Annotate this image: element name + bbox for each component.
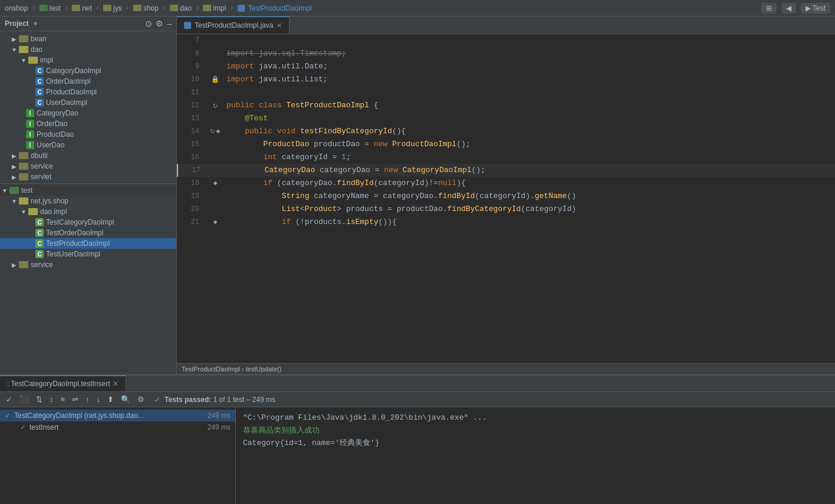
- bottom-content: ✓ TestCategoryDaoImpl (net.jys.shop.dao.…: [0, 407, 835, 504]
- run-arrow-icon[interactable]: ↻: [213, 99, 218, 112]
- bookmark-icon[interactable]: ◈: [213, 177, 217, 190]
- tree-item-servlet[interactable]: ▶ servlet: [0, 172, 176, 182]
- code-line-21: 21 ◈ if (!products.isEmpty()){: [177, 216, 835, 229]
- sidebar-title: Project: [5, 19, 29, 28]
- sort-asc-btn[interactable]: ⇅: [34, 394, 45, 405]
- tree-label-net.jys.shop: net.jys.shop: [31, 197, 68, 205]
- window-layout-btn[interactable]: ⊞: [761, 3, 777, 14]
- run-arrow-icon[interactable]: ↻: [210, 125, 215, 138]
- test-tree-panel: ✓ TestCategoryDaoImpl (net.jys.shop.dao.…: [0, 407, 236, 504]
- line-number: 16: [177, 151, 206, 164]
- tree-item-UserDao[interactable]: I UserDao: [0, 140, 176, 150]
- tree-label-service2: service: [31, 261, 53, 269]
- settings-toolbar-btn[interactable]: ⚙: [135, 394, 147, 405]
- test-run-btn[interactable]: ▶ Test: [801, 3, 830, 14]
- class-icon-i: I: [26, 120, 34, 128]
- class-icon-c: C: [35, 88, 44, 96]
- align-left-btn[interactable]: ≡: [58, 394, 68, 405]
- tree-item-OrderDao[interactable]: I OrderDao: [0, 118, 176, 129]
- tree-item-UserDaoImpl[interactable]: C UserDaoImpl: [0, 97, 176, 108]
- run-check-btn[interactable]: ✓: [4, 394, 15, 405]
- sidebar-dropdown-arrow[interactable]: ▼: [32, 20, 39, 27]
- tree-item-service2[interactable]: ▶ service: [0, 259, 176, 270]
- tree-item-ProductDao[interactable]: I ProductDao: [0, 129, 176, 140]
- align-right-btn[interactable]: ⇌: [70, 394, 81, 405]
- minimize-btn[interactable]: –: [167, 19, 172, 28]
- breadcrumb-impl[interactable]: impl: [203, 4, 226, 12]
- folder-icon-impl: [28, 57, 38, 64]
- tree-arrow: ▼: [19, 57, 28, 64]
- test-pass-icon: ✓: [5, 411, 11, 420]
- test-pass-icon: ✓: [20, 423, 26, 431]
- locate-btn[interactable]: ⊙: [145, 19, 152, 28]
- folder-icon-servlet: [19, 173, 28, 180]
- search-toolbar-btn[interactable]: 🔍: [119, 394, 133, 405]
- breadcrumb-file[interactable]: TestProductDaoImpl: [238, 4, 312, 12]
- tree-arrow: ▶: [9, 174, 19, 180]
- folder-icon-service: [19, 163, 28, 170]
- folder-icon-bean: [19, 35, 28, 42]
- folder-icon-netjys: [19, 197, 28, 205]
- tree-item-dbutil[interactable]: ▶ dbutil: [0, 150, 176, 161]
- sort-desc-btn[interactable]: ↕: [47, 394, 56, 405]
- bookmark-icon[interactable]: ◈: [213, 216, 217, 229]
- stop-btn[interactable]: ⬛: [17, 394, 31, 405]
- tree-label-test: test: [21, 186, 32, 195]
- tree-item-TestUserDaoImpl[interactable]: C TestUserDaoImpl: [0, 249, 176, 259]
- tree-label-service: service: [31, 162, 53, 170]
- test-tree-item-TestCategoryDaoImpl[interactable]: ✓ TestCategoryDaoImpl (net.jys.shop.dao.…: [0, 410, 235, 421]
- tree-item-bean[interactable]: ▶ bean: [0, 34, 176, 44]
- project-sidebar: Project ▼ ⊙ ⚙ – ▶ bean ▼ dao: [0, 17, 177, 374]
- tree-item-test-root[interactable]: ▼ test: [0, 185, 176, 196]
- bottom-tab-close[interactable]: ✕: [113, 380, 119, 388]
- folder-icon-dbutil: [19, 152, 28, 159]
- bottom-panel: : TestCategoryDaoImpl.testInsert ✕ ✓ ⬛ ⇅…: [0, 374, 835, 504]
- breadcrumb-net[interactable]: net: [72, 4, 92, 12]
- code-content: import java.util.Date;: [224, 60, 835, 73]
- breadcrumb-jys[interactable]: jys: [103, 4, 122, 12]
- code-line-18: 18 ◈ if (categoryDao.findById(categoryId…: [177, 177, 835, 190]
- breadcrumb-onshop[interactable]: onshop: [5, 4, 28, 12]
- java-file-icon: [184, 22, 191, 29]
- tree-label-ProductDaoImpl: ProductDaoImpl: [46, 88, 97, 96]
- class-icon-i: I: [26, 141, 34, 149]
- tree-label-TestProductDaoImpl: TestProductDaoImpl: [46, 239, 110, 248]
- bookmark-icon[interactable]: ◈: [216, 125, 220, 138]
- folder-icon: [103, 5, 111, 11]
- console-panel: "C:\Program Files\Java\jdk1.8.0_202\bin\…: [236, 407, 835, 504]
- bottom-tab-run[interactable]: : TestCategoryDaoImpl.testInsert ✕: [0, 375, 126, 391]
- status-check-icon: ✓: [154, 395, 161, 404]
- tree-item-net.jys.shop[interactable]: ▼ net.jys.shop: [0, 196, 176, 206]
- tree-item-dao[interactable]: ▼ dao: [0, 44, 176, 55]
- down-btn[interactable]: ↓: [94, 394, 103, 405]
- tab-label: TestProductDaoImpl.java: [195, 21, 273, 29]
- tree-item-service[interactable]: ▶ service: [0, 161, 176, 172]
- up-btn[interactable]: ↑: [83, 394, 92, 405]
- tree-item-TestProductDaoImpl[interactable]: C TestProductDaoImpl: [0, 238, 176, 249]
- tree-item-dao.impl[interactable]: ▼ dao.impl: [0, 206, 176, 217]
- code-editor[interactable]: 7 8 import java.sql.Timestamp; 9 import …: [177, 34, 835, 363]
- test-item-label: testInsert: [29, 423, 58, 431]
- breadcrumb-dao[interactable]: dao: [170, 4, 192, 12]
- tree-item-CategoryDaoImpl[interactable]: C CategoryDaoImpl: [0, 65, 176, 76]
- tree-item-TestOrderDaoImpl[interactable]: C TestOrderDaoImpl: [0, 228, 176, 238]
- tree-label-dbutil: dbutil: [31, 151, 48, 160]
- tree-label-UserDaoImpl: UserDaoImpl: [46, 98, 87, 107]
- tree-item-CategoryDao[interactable]: I CategoryDao: [0, 108, 176, 118]
- tab-close-btn[interactable]: ✕: [277, 22, 282, 29]
- settings-btn[interactable]: ⚙: [156, 19, 163, 28]
- code-content: ProductDao productDao = new ProductDaoIm…: [224, 138, 835, 151]
- console-line-2: 恭喜商品类别插入成功: [243, 425, 828, 437]
- class-icon-c: C: [35, 77, 44, 85]
- breadcrumb-shop[interactable]: shop: [133, 4, 159, 12]
- tree-label-bean: bean: [31, 35, 47, 43]
- tree-item-TestCategoryDaoImpl[interactable]: C TestCategoryDaoImpl: [0, 217, 176, 228]
- tab-TestProductDaoImpl[interactable]: TestProductDaoImpl.java ✕: [177, 17, 290, 34]
- tree-item-impl[interactable]: ▼ impl: [0, 55, 176, 65]
- test-tree-item-testInsert[interactable]: ✓ testInsert 249 ms: [0, 421, 235, 433]
- back-btn[interactable]: ◀: [781, 3, 796, 14]
- breadcrumb-test[interactable]: test: [40, 4, 61, 12]
- tree-item-OrderDaoImpl[interactable]: C OrderDaoImpl: [0, 76, 176, 87]
- export-btn[interactable]: ⬆: [105, 394, 116, 405]
- tree-item-ProductDaoImpl[interactable]: C ProductDaoImpl: [0, 87, 176, 97]
